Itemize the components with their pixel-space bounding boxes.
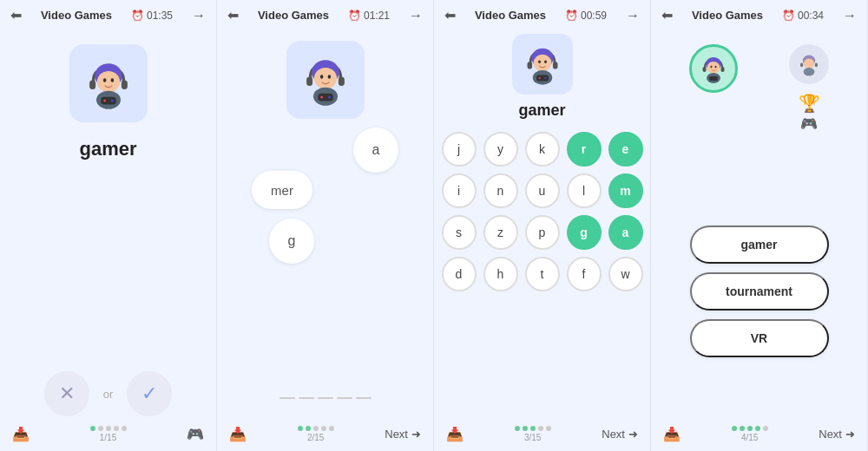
grid-cell-2-2[interactable]: p xyxy=(525,215,560,250)
grid-cell-1-4[interactable]: m xyxy=(608,173,643,208)
panel3-body: gamer jykreinulmszpgadhtfw xyxy=(442,27,643,451)
dot-1 xyxy=(90,426,95,431)
grid-cell-2-4[interactable]: a xyxy=(608,215,643,250)
timer-icon-2: ⏰ xyxy=(348,10,361,22)
panel2-bottom-bar: 📥 2/15 Next ➜ xyxy=(217,426,433,442)
svg-point-4 xyxy=(102,78,106,82)
grid-cell-3-3[interactable]: f xyxy=(567,257,602,291)
svg-point-14 xyxy=(319,75,323,78)
grid-cell-1-3[interactable]: l xyxy=(567,173,602,208)
cross-button[interactable]: ✕ xyxy=(44,371,89,416)
panel-4: ⬅ Video Games ⏰ 00:34 → xyxy=(651,0,868,451)
option-vr[interactable]: VR xyxy=(690,319,829,357)
trophy-area: 🏆 🎮 xyxy=(799,93,820,132)
svg-point-18 xyxy=(320,96,323,99)
grid-cell-0-1[interactable]: y xyxy=(483,132,518,167)
letter-a[interactable]: a xyxy=(353,127,398,173)
dot-p3-4 xyxy=(538,426,543,431)
panel1-answer-buttons: ✕ or ✓ xyxy=(44,371,173,416)
dot-4 xyxy=(114,426,119,431)
bottom-left-icon-3: 📥 xyxy=(446,426,464,442)
letter-grid: jykreinulmszpgadhtfw xyxy=(442,132,643,291)
bottom-left-icon-4: 📥 xyxy=(663,426,681,442)
panel1-bottom-bar: 📥 1/15 🎮 xyxy=(0,426,216,442)
svg-rect-21 xyxy=(552,62,557,69)
svg-rect-11 xyxy=(338,77,344,87)
logout-icon-3[interactable]: → xyxy=(626,8,640,23)
grid-cell-3-2[interactable]: t xyxy=(525,257,560,291)
option-tournament[interactable]: tournament xyxy=(690,272,829,310)
panel-3: ⬅ Video Games ⏰ 00:59 → ga xyxy=(434,0,651,451)
panel4-avatar-active xyxy=(689,44,738,93)
dot-p3-3 xyxy=(530,426,536,431)
svg-point-34 xyxy=(710,66,712,69)
grid-cell-1-0[interactable]: i xyxy=(442,173,477,208)
grid-cell-3-4[interactable]: w xyxy=(608,257,643,291)
panel3-next-button[interactable]: Next ➜ xyxy=(602,428,638,441)
logout-icon[interactable]: → xyxy=(192,8,206,23)
panel4-next-button[interactable]: Next ➜ xyxy=(819,428,855,441)
grid-cell-0-2[interactable]: k xyxy=(525,132,560,167)
svg-point-13 xyxy=(313,68,336,89)
dot-p4-1 xyxy=(732,426,737,431)
logout-icon-4[interactable]: → xyxy=(843,8,857,23)
check-button[interactable]: ✓ xyxy=(127,371,172,416)
grid-cell-2-3[interactable]: g xyxy=(567,215,602,250)
back-icon-4[interactable]: ⬅ xyxy=(661,7,673,23)
panel4-timer: ⏰ 00:34 xyxy=(782,10,824,22)
panel4-progress: 4/15 xyxy=(732,426,768,442)
dot-p4-3 xyxy=(747,426,753,431)
svg-rect-37 xyxy=(709,76,718,81)
panel4-header: ⬅ Video Games ⏰ 00:34 → xyxy=(651,0,867,27)
panel3-word: gamer xyxy=(518,101,565,120)
svg-rect-40 xyxy=(800,62,803,67)
dot-p3-2 xyxy=(523,426,528,431)
answer-dashes xyxy=(279,397,372,399)
timer-icon-4: ⏰ xyxy=(782,10,795,22)
panel3-dots xyxy=(515,426,551,431)
grid-cell-1-2[interactable]: u xyxy=(525,173,560,208)
next-arrow-icon-2: ➜ xyxy=(411,428,421,441)
dot-p4-2 xyxy=(740,426,745,431)
svg-point-39 xyxy=(804,59,814,69)
grid-cell-0-0[interactable]: j xyxy=(442,132,477,167)
letter-mer[interactable]: mer xyxy=(252,171,312,209)
option-gamer[interactable]: gamer xyxy=(690,226,829,264)
panel3-timer: ⏰ 00:59 xyxy=(565,10,607,22)
svg-point-9 xyxy=(111,100,114,102)
svg-point-15 xyxy=(327,75,331,78)
svg-point-35 xyxy=(714,66,716,69)
panel1-word: gamer xyxy=(79,138,136,160)
dot-5 xyxy=(122,426,127,431)
trophy-icon: 🏆 xyxy=(799,93,820,114)
grid-cell-2-0[interactable]: s xyxy=(442,215,477,250)
back-icon-3[interactable]: ⬅ xyxy=(444,7,456,23)
grid-cell-2-1[interactable]: z xyxy=(483,215,518,250)
grid-cell-0-3[interactable]: r xyxy=(567,132,602,167)
panel2-next-button[interactable]: Next ➜ xyxy=(385,428,421,441)
grid-cell-0-4[interactable]: e xyxy=(608,132,643,167)
svg-point-25 xyxy=(544,60,547,63)
letter-g[interactable]: g xyxy=(269,219,314,264)
panel2-progress: 2/15 xyxy=(298,426,334,442)
timer-icon-3: ⏰ xyxy=(565,10,578,22)
panel4-dots xyxy=(732,426,768,431)
back-icon-2[interactable]: ⬅ xyxy=(227,7,239,23)
dot-p4-4 xyxy=(755,426,760,431)
panel4-bottom-bar: 📥 4/15 Next ➜ xyxy=(651,426,867,442)
bottom-right-icon: 🎮 xyxy=(187,426,204,442)
panel1-dots xyxy=(90,426,127,431)
grid-cell-1-1[interactable]: n xyxy=(483,173,518,208)
bottom-left-icon: 📥 xyxy=(12,426,30,442)
svg-rect-0 xyxy=(89,81,95,90)
logout-icon-2[interactable]: → xyxy=(409,8,423,23)
panel2-avatar xyxy=(286,41,365,119)
bottom-left-icon-2: 📥 xyxy=(229,426,247,442)
panel2-header: ⬅ Video Games ⏰ 01:21 → xyxy=(217,0,433,27)
panel3-header: ⬅ Video Games ⏰ 00:59 → xyxy=(434,0,650,27)
grid-cell-3-1[interactable]: h xyxy=(483,257,518,291)
panel4-progress-label: 4/15 xyxy=(741,433,758,442)
grid-cell-3-0[interactable]: d xyxy=(442,257,477,291)
back-icon[interactable]: ⬅ xyxy=(10,7,22,23)
panel4-avatars: 🏆 🎮 xyxy=(651,34,867,132)
